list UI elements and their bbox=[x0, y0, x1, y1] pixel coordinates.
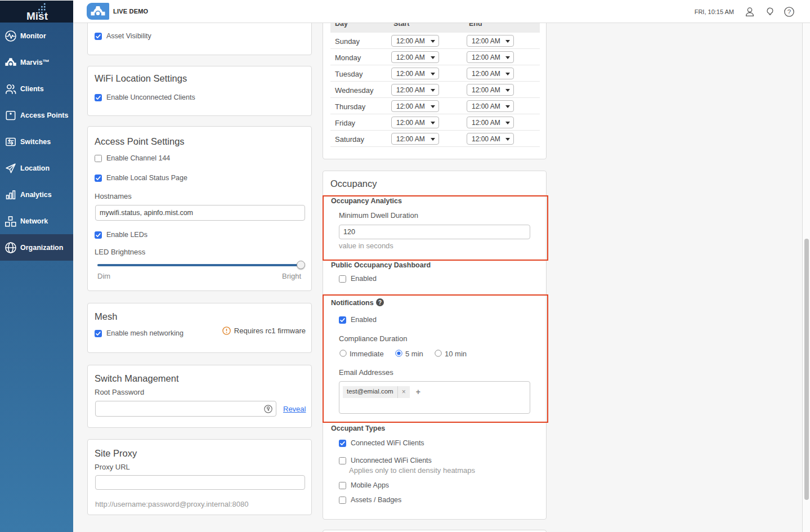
svg-text:?: ? bbox=[787, 8, 791, 15]
svg-text:?: ? bbox=[378, 299, 382, 306]
